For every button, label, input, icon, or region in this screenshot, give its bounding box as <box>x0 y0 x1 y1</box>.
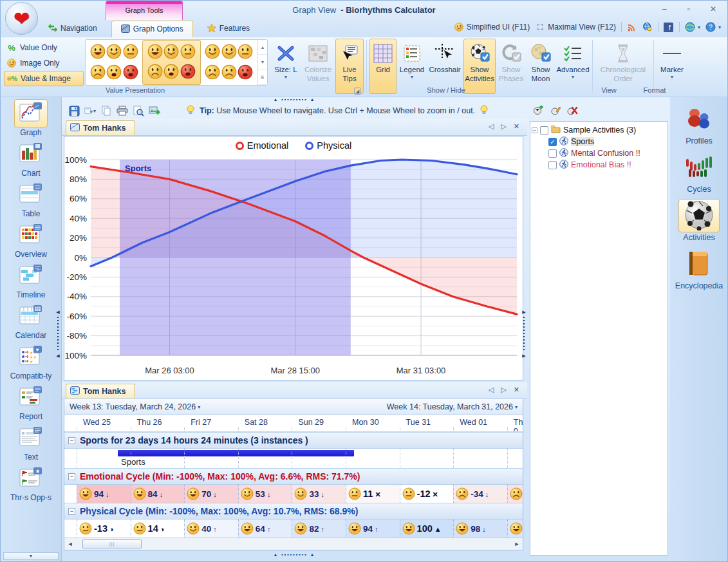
item-checkbox[interactable]: ✓ <box>548 138 557 146</box>
scrollbar-thumb[interactable]: ||| <box>82 539 142 548</box>
day-header-2[interactable]: Thu 26 <box>137 418 162 427</box>
item-checkbox[interactable] <box>548 149 557 158</box>
value-cell[interactable]: 14 ◑ <box>131 520 185 538</box>
copy-button[interactable] <box>100 105 112 117</box>
sidebar-scroll-more[interactable]: ▼ <box>3 552 59 560</box>
print-button[interactable] <box>117 105 128 117</box>
day-header-9[interactable]: Thu 0 <box>514 418 523 432</box>
dialog-launcher-icon[interactable]: ◢ <box>354 88 361 95</box>
sidebar-item-text[interactable]: Text <box>3 422 59 462</box>
biorhythm-chart[interactable]: Sports-100%-80%-60%-40%-20%0%20%40%60%80… <box>64 155 521 362</box>
option-value-only[interactable]: %Value Only <box>4 40 84 55</box>
livetips-button[interactable]: Live Tips <box>335 39 364 94</box>
sidebar-item-chart[interactable]: Chart <box>3 138 59 178</box>
scroll-left-arrow[interactable]: ◄ <box>66 539 75 548</box>
day-header-5[interactable]: Sun 29 <box>298 418 324 427</box>
tree-item-sports[interactable]: ✓Sports <box>548 136 666 147</box>
gallery-up-arrow[interactable]: ▲ <box>258 40 267 55</box>
physical-cycle-header[interactable]: − Physical Cycle (Min: -100%, Max: 100%,… <box>64 503 523 520</box>
value-cell[interactable]: 84 ↓ <box>131 485 185 503</box>
scroll-right-arrow[interactable]: ► <box>512 539 521 548</box>
collapse-icon[interactable]: − <box>532 127 537 133</box>
facebook-icon[interactable]: f <box>664 22 674 32</box>
save-button[interactable] <box>68 105 80 117</box>
week-14-header[interactable]: Week 14: Tuesday, March 31, 2026▾ <box>387 402 518 411</box>
simplified-ui-button[interactable]: Simplified UI (F11) <box>454 22 530 32</box>
sports-group-header[interactable]: − Sports for 23 days 14 hours 24 minutes… <box>64 432 523 449</box>
globe-menu-button[interactable]: ▾ <box>685 22 700 32</box>
sports-activity-bar[interactable] <box>118 450 354 456</box>
mode-item-cycles[interactable]: Cycles <box>672 151 726 194</box>
sidebar-item-thr-s-opp-s[interactable]: ★Thr-s Opp-s <box>3 462 59 503</box>
collapse-icon[interactable]: − <box>68 473 75 480</box>
gallery-scrollbar[interactable]: ▲▼⇊ <box>257 40 267 85</box>
value-cell[interactable]: 53 ↓ <box>238 485 292 503</box>
sidebar-item-report[interactable]: Report <box>3 381 59 422</box>
tab-tom-hanks-graph[interactable]: Tom Hanks <box>66 120 135 135</box>
delete-activity-button[interactable] <box>567 106 578 117</box>
tree-root[interactable]: − Sample Activities (3) <box>532 124 666 136</box>
sidebar-item-graph[interactable]: Graph <box>3 97 59 138</box>
edit-activity-button[interactable] <box>550 106 561 117</box>
value-cell[interactable]: 98 ↓ <box>453 520 507 538</box>
day-header-1[interactable]: Wed 25 <box>83 418 111 427</box>
value-cell[interactable]: -13 ◑ <box>77 520 131 538</box>
collapse-icon[interactable]: − <box>68 437 75 444</box>
value-cell[interactable]: 70 ↓ <box>184 485 238 503</box>
value-cell[interactable] <box>507 520 523 538</box>
gallery-more-arrow[interactable]: ⇊ <box>258 70 267 85</box>
horizontal-splitter-top[interactable]: ▲ ▪▪▪▪▪▪▪▪▪ ▲ <box>62 97 527 102</box>
option-value-image[interactable]: %Value & Image <box>4 71 84 86</box>
value-cell[interactable]: 33 ↓ <box>292 485 346 503</box>
day-header-4[interactable]: Sat 28 <box>245 418 268 427</box>
close-button[interactable]: ✕ <box>708 5 718 14</box>
minimize-button[interactable]: – <box>659 5 669 14</box>
horizontal-scrollbar[interactable]: ◄ ||| ► <box>64 538 523 550</box>
smiley-set-3[interactable] <box>201 40 257 85</box>
day-header-3[interactable]: Fri 27 <box>191 418 211 427</box>
week-13-header[interactable]: Week 13: Tuesday, March 24, 2026▾ <box>70 402 200 411</box>
sidebar-item-table[interactable]: Table <box>3 178 59 219</box>
horizontal-splitter-bottom[interactable]: ▲ ▪▪▪▪▪▪▪▪▪ ▲ <box>62 552 527 557</box>
mode-item-activities[interactable]: Activities <box>672 199 726 242</box>
value-cell[interactable]: 100 ▲ <box>400 520 454 538</box>
showmoon-button[interactable]: Show Moon <box>527 39 555 94</box>
value-cell[interactable]: 40 ↑ <box>184 520 238 538</box>
value-cell[interactable]: 64 ↑ <box>238 520 292 538</box>
rss-icon[interactable] <box>627 22 637 32</box>
help-menu-button[interactable]: ?▾ <box>705 22 721 32</box>
sidebar-item-calendar[interactable]: Calendar <box>3 300 59 341</box>
maximal-view-button[interactable]: ⛶ Maximal View (F12) <box>535 22 616 32</box>
day-header-7[interactable]: Tue 31 <box>406 418 431 427</box>
value-cell[interactable] <box>507 485 523 503</box>
tree-item-mental-confusion-[interactable]: Mental Confusion !! <box>548 147 666 159</box>
smiley-set-2[interactable] <box>142 40 200 85</box>
tab-scroll-controls[interactable]: ◁ ▷ ✕ <box>489 386 522 394</box>
tab-features[interactable]: Features <box>198 21 259 37</box>
root-checkbox[interactable] <box>540 126 548 135</box>
value-cell[interactable]: -12 ✕ <box>400 485 454 503</box>
value-cell[interactable]: 94 ↑ <box>346 520 400 538</box>
tab-tom-hanks-table[interactable]: Tom Hanks <box>66 384 135 398</box>
tab-graph-options[interactable]: Graph Options <box>111 21 193 37</box>
print-preview-button[interactable] <box>133 105 144 117</box>
size-button[interactable]: Size: L▼ <box>271 39 301 94</box>
value-cell[interactable]: -34 ↓ <box>453 485 507 503</box>
left-collapse-splitter[interactable]: ◀◀ <box>55 308 61 360</box>
mode-item-profiles[interactable]: Profiles <box>672 102 726 145</box>
day-header-8[interactable]: Wed 01 <box>460 418 487 427</box>
web-search-icon[interactable] <box>642 22 653 32</box>
option-image-only[interactable]: Image Only <box>4 55 84 71</box>
collapse-icon[interactable]: − <box>68 508 75 515</box>
sidebar-item-compatib-ty[interactable]: ★★★★★★♥Compatib-ty <box>3 341 59 381</box>
tree-item-emotional-bias-[interactable]: Emotional Bias !! <box>548 159 666 171</box>
add-image-button[interactable] <box>149 105 160 117</box>
value-cell[interactable]: 11 ✕ <box>346 485 400 503</box>
item-checkbox[interactable] <box>548 161 557 169</box>
sidebar-item-overview[interactable]: Overview <box>3 219 59 259</box>
tab-navigation[interactable]: Navigation <box>39 21 106 37</box>
sidebar-item-timeline[interactable]: Timeline <box>3 259 59 300</box>
export-button[interactable]: ▾ <box>84 105 96 117</box>
add-activity-button[interactable] <box>533 106 544 117</box>
right-collapse-splitter[interactable]: ▶▶ <box>521 308 527 360</box>
